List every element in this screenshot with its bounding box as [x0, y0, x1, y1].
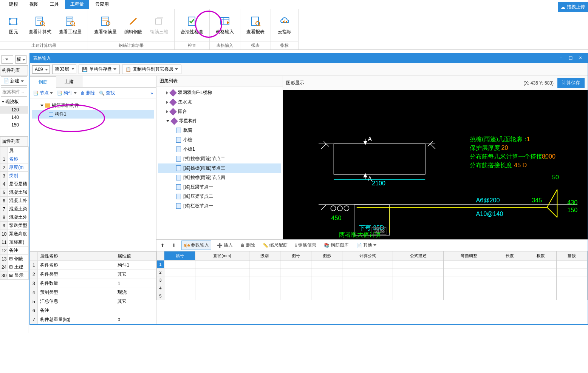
row-num[interactable]: 2 [157, 268, 164, 276]
floor-select[interactable]: 第33层 [52, 65, 76, 74]
tree-item-140[interactable]: 140 [0, 114, 28, 121]
col-4[interactable]: 图形 [311, 251, 342, 260]
cell[interactable] [525, 260, 556, 268]
cell[interactable] [494, 292, 525, 300]
cell[interactable] [342, 268, 393, 276]
col-1[interactable]: 直径(mm) [195, 251, 249, 260]
prop-顶标高([interactable]: 顶标高( [8, 238, 29, 247]
cell[interactable] [494, 284, 525, 292]
prop-value[interactable]: 1 [115, 279, 156, 288]
delete-button[interactable]: 🗑 删除 [80, 90, 95, 96]
col-2[interactable]: 级别 [249, 251, 280, 260]
prop-类别[interactable]: 类别 [8, 172, 29, 180]
delete-row-button[interactable]: 🗑 删除 [238, 241, 257, 250]
param-input-button[interactable]: a|e 参数输入 [181, 240, 211, 250]
ribbon-chakan-baobiao[interactable]: 查看报表 [243, 14, 268, 37]
atlas-item[interactable]: [冀]压梁节点二 [158, 192, 281, 201]
prop-混凝土类[interactable]: 混凝土类 [8, 205, 29, 213]
cell[interactable] [164, 276, 195, 284]
cell[interactable] [556, 292, 587, 300]
tree-xianjiao-ban[interactable]: 现浇板 [0, 97, 28, 106]
prop-value[interactable]: 构件1 [115, 261, 156, 270]
layer-select[interactable]: · [2, 55, 13, 64]
col-9[interactable]: 根数 [525, 251, 556, 260]
col-10[interactable]: 搭接 [556, 251, 587, 260]
building-select[interactable]: A09 [32, 65, 50, 74]
cell[interactable] [195, 260, 249, 268]
tab-gangjin[interactable]: 钢筋 [30, 76, 56, 88]
ribbon-tuyuan[interactable]: 图元 [2, 14, 25, 37]
tree-item-120[interactable]: 120 [0, 106, 28, 114]
row-num[interactable]: 1 [157, 260, 164, 268]
cell[interactable] [195, 268, 249, 276]
prop-厚度(m[interactable]: 厚度(m [8, 163, 29, 172]
cell[interactable] [311, 260, 342, 268]
cell[interactable] [249, 292, 280, 300]
atlas-item[interactable]: 小檐1 [158, 145, 281, 154]
close-button[interactable]: × [576, 55, 585, 62]
cell[interactable] [494, 276, 525, 284]
cell[interactable] [280, 276, 311, 284]
cell[interactable] [444, 268, 494, 276]
col-0[interactable]: 筋号 [164, 251, 195, 260]
nav-up-button[interactable]: ⬆ [159, 242, 166, 249]
new-component-button[interactable]: 📄 新建 [1, 76, 27, 86]
cell[interactable] [195, 292, 249, 300]
prop-value[interactable]: 现浇 [115, 288, 156, 297]
cell[interactable] [556, 284, 587, 292]
col-8[interactable]: 长度 [494, 251, 525, 260]
ribbon-bianji-gangjin[interactable]: 编辑钢筋 [121, 14, 146, 37]
tree-root-gangjin[interactable]: 钢筋表格构件 [32, 101, 154, 110]
row-num[interactable]: 5 [157, 292, 164, 300]
ribbon-biaoge-shuru[interactable]: 表格输入 [212, 14, 238, 37]
col-6[interactable]: 公式描述 [393, 251, 444, 260]
cell[interactable] [393, 284, 444, 292]
atlas-item[interactable]: 双网双向F-L楼梯 [158, 88, 281, 97]
nav-down-button[interactable]: ⬇ [170, 242, 178, 249]
cell[interactable] [525, 276, 556, 284]
cell[interactable] [525, 292, 556, 300]
prop-泵送高度[interactable]: 泵送高度 [8, 230, 29, 238]
cell[interactable] [311, 276, 342, 284]
cell[interactable] [311, 284, 342, 292]
ribbon-yun-zhibiao[interactable]: 云指标 [273, 14, 296, 37]
prop-value[interactable] [115, 306, 156, 315]
cell[interactable] [195, 284, 249, 292]
atlas-item[interactable]: [冀]挑檐(雨篷)节点四 [158, 173, 281, 182]
ribbon-chakan-jisuanshi[interactable]: 查看计算式 [25, 14, 55, 37]
prop-混凝土强[interactable]: 混凝土强 [8, 188, 29, 197]
prop-泵送类型[interactable]: 泵送类型 [8, 222, 29, 230]
prop-备注[interactable]: 备注 [8, 247, 29, 255]
tab-tujian[interactable]: 土建 [56, 76, 82, 87]
cell[interactable] [249, 276, 280, 284]
atlas-item[interactable]: [冀]栏板节点一 [158, 201, 281, 211]
scale-rebar-button[interactable]: 📏 缩尺配筋 [261, 241, 289, 250]
calc-save-button[interactable]: 计算保存 [557, 78, 585, 88]
prop-value[interactable]: 其它 [115, 297, 156, 306]
component-type-select[interactable]: 板 [15, 55, 26, 64]
tab-gongchengliang[interactable]: 工程量 [65, 0, 89, 9]
cell[interactable] [393, 260, 444, 268]
cell[interactable] [311, 268, 342, 276]
find-button[interactable]: 🔍 查找 [99, 90, 115, 96]
cell[interactable] [280, 284, 311, 292]
cell[interactable] [311, 292, 342, 300]
prop-混凝土外[interactable]: 混凝土外 [8, 213, 29, 222]
cell[interactable] [280, 268, 311, 276]
cell[interactable] [280, 292, 311, 300]
prop-混凝土外[interactable]: 混凝土外 [8, 197, 29, 205]
cell[interactable] [494, 268, 525, 276]
cell[interactable] [494, 260, 525, 268]
save-single-component-button[interactable]: 💾 单构件存盘 [79, 65, 120, 74]
cell[interactable] [164, 292, 195, 300]
minimize-button[interactable]: − [557, 55, 565, 62]
cell[interactable] [164, 260, 195, 268]
prop-名称[interactable]: 名称 [8, 155, 29, 163]
cell[interactable] [444, 284, 494, 292]
component-button[interactable]: 📑 构件 [57, 90, 77, 96]
cell[interactable] [249, 268, 280, 276]
cell[interactable] [280, 260, 311, 268]
cell[interactable] [525, 268, 556, 276]
cell[interactable] [444, 292, 494, 300]
atlas-item[interactable]: 飘窗 [158, 126, 281, 135]
